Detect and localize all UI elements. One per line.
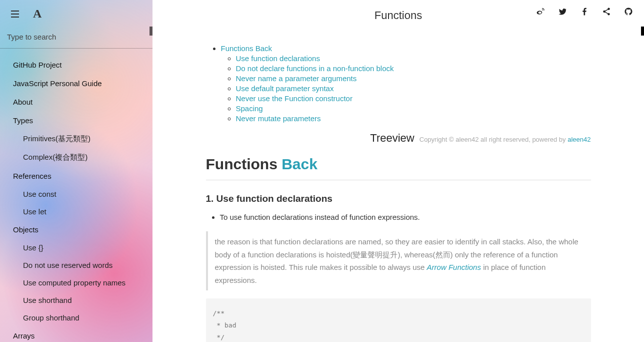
page-heading: Functions Back [206, 156, 591, 180]
toc-item-3[interactable]: Use default parameter syntax [236, 84, 334, 93]
sidebar-item-use-const[interactable]: Use const [10, 185, 152, 203]
toc-item-1[interactable]: Do not declare functions in a non-functi… [236, 64, 394, 73]
sidebar-item-primitives[interactable]: Primitives(基元類型) [10, 130, 152, 148]
top-icons [536, 7, 633, 16]
treeview-label: Treeview [370, 132, 414, 145]
copyright-text: Copyright © aleen42 all right reserved, … [420, 136, 591, 143]
code-block: /** * bad */ const foo = function() { }; [206, 298, 591, 342]
sidebar-item-use-shorthand[interactable]: Use shorthand [10, 291, 152, 309]
sidebar-item-github-project[interactable]: GitHub Project [0, 56, 152, 74]
sidebar-item-use-braces[interactable]: Use {} [10, 239, 152, 256]
section-1-quote: the reason is that function declarations… [206, 231, 591, 290]
section-1-list: To use function declarations instead of … [206, 211, 591, 223]
page-title: Functions [374, 9, 422, 22]
sidebar-section-references[interactable]: References [0, 167, 152, 185]
sidebar-item-group-shorthand[interactable]: Group shorthand [10, 309, 152, 326]
share-icon[interactable] [602, 7, 611, 16]
arrow-functions-link[interactable]: Arrow Functions [427, 263, 481, 271]
weibo-icon[interactable] [536, 7, 545, 16]
logo[interactable]: A [33, 7, 42, 21]
toc-root[interactable]: Functions Back [221, 44, 272, 53]
sidebar-item-complex[interactable]: Complex(複合類型) [10, 148, 152, 167]
sidebar-section-types[interactable]: Types [0, 111, 152, 130]
sidebar-item-no-reserved[interactable]: Do not use reserved words [10, 256, 152, 274]
sidebar-scrollbar-thumb[interactable] [150, 27, 152, 36]
github-icon[interactable] [624, 7, 633, 16]
section-1-bullet: To use function declarations instead of … [220, 211, 591, 223]
toc-item-5[interactable]: Spacing [236, 104, 263, 113]
toc-item-4[interactable]: Never use the Function constructor [236, 94, 352, 103]
toc-item-6[interactable]: Never mutate parameters [236, 114, 321, 123]
back-link[interactable]: Back [282, 156, 318, 172]
sidebar-section-objects[interactable]: Objects [0, 220, 152, 239]
table-of-contents: Functions Back Use function declarations… [206, 44, 591, 123]
search-input[interactable] [0, 26, 152, 48]
main-scrollbar-thumb[interactable] [641, 27, 644, 36]
toc-item-0[interactable]: Use function declarations [236, 54, 320, 63]
sidebar-section-arrays[interactable]: Arrays [0, 326, 152, 342]
sidebar-item-js-guide[interactable]: JavaScript Personal Guide [0, 74, 152, 93]
toc-item-2[interactable]: Never name a parameter arguments [236, 74, 357, 83]
sidebar-item-use-let[interactable]: Use let [10, 203, 152, 220]
copyright-link[interactable]: aleen42 [568, 136, 590, 143]
sidebar-item-about[interactable]: About [0, 93, 152, 111]
menu-icon[interactable] [11, 11, 19, 18]
section-1-heading: 1. Use function declarations [206, 193, 591, 204]
sidebar: A GitHub Project JavaScript Personal Gui… [0, 0, 152, 342]
sidebar-item-computed-names[interactable]: Use computed property names [10, 274, 152, 291]
sidebar-nav: GitHub Project JavaScript Personal Guide… [0, 49, 152, 342]
facebook-icon[interactable] [580, 7, 589, 16]
main-content: Functions Functions Back Use function de… [152, 0, 644, 342]
twitter-icon[interactable] [558, 7, 567, 16]
